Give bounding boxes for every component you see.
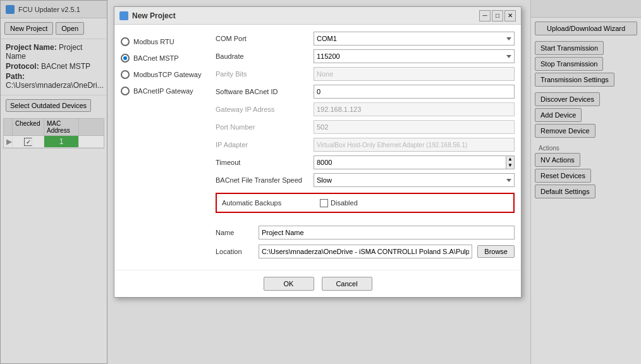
radio-bacnet-ip-label: BACnetIP Gateway — [133, 87, 193, 95]
radio-bacnet-mstp-label: BACnet MSTP — [133, 54, 179, 62]
radio-modbus-tcp-circle — [121, 70, 130, 79]
software-bacnet-input[interactable] — [314, 85, 515, 99]
radio-modbus-rtu-circle — [121, 37, 130, 46]
automatic-backups-control: Disabled — [320, 199, 358, 207]
parity-bits-label: Parity Bits — [216, 70, 314, 78]
com-port-label: COM Port — [216, 35, 314, 42]
dialog-minimize-button[interactable]: ─ — [479, 10, 491, 21]
parity-bits-control: None — [314, 67, 515, 81]
dialog-titlebar: New Project ─ □ ✕ — [114, 7, 521, 25]
baudrate-control: 115200 — [314, 49, 515, 63]
software-bacnet-row: Software BACnet ID — [216, 84, 515, 99]
ip-adapter-control: VirtualBox Host-Only Ethernet Adapter (1… — [314, 138, 515, 152]
automatic-backups-label: Automatic Backups — [222, 199, 320, 207]
bacnet-speed-control: Slow Medium Fast — [314, 173, 515, 187]
gateway-ip-row: Gateway IP Adress — [216, 102, 515, 117]
radio-modbus-rtu-label: Modbus RTU — [133, 38, 174, 46]
ok-button[interactable]: OK — [264, 277, 314, 291]
form-panel: COM Port COM1 Baudrate 115200 Parity B — [216, 31, 515, 258]
name-row: Name — [216, 226, 515, 240]
automatic-backups-disabled-text: Disabled — [331, 199, 358, 207]
new-project-dialog: New Project ─ □ ✕ Modbus RTU BACnet MSTP… — [114, 6, 522, 298]
bacnet-speed-label: BACnet File Transfer Speed — [216, 176, 314, 184]
ip-adapter-select: VirtualBox Host-Only Ethernet Adapter (1… — [314, 138, 515, 152]
timeout-up-button[interactable]: ▲ — [506, 156, 514, 162]
radio-modbus-tcp-label: ModbusTCP Gateway — [133, 71, 201, 78]
parity-bits-select: None — [314, 67, 515, 81]
radio-bacnet-ip[interactable]: BACnetIP Gateway — [121, 87, 209, 95]
gateway-ip-control — [314, 102, 515, 116]
gateway-ip-input — [314, 102, 515, 116]
cancel-button[interactable]: Cancel — [322, 277, 372, 291]
baudrate-label: Baudrate — [216, 52, 314, 60]
bacnet-speed-select[interactable]: Slow Medium Fast — [314, 173, 515, 187]
dialog-icon — [119, 11, 128, 20]
location-row: Location Browse — [216, 245, 515, 258]
automatic-backups-section: Automatic Backups Disabled — [216, 193, 515, 213]
port-number-row: Port Number — [216, 119, 515, 135]
automatic-backups-checkbox[interactable] — [320, 199, 328, 207]
baudrate-row: Baudrate 115200 — [216, 49, 515, 64]
radio-bacnet-ip-circle — [121, 87, 130, 95]
radio-panel: Modbus RTU BACnet MSTP ModbusTCP Gateway… — [121, 31, 209, 258]
dialog-controls: ─ □ ✕ — [479, 10, 516, 21]
software-bacnet-label: Software BACnet ID — [216, 88, 314, 95]
timeout-control: ▲ ▼ — [314, 155, 515, 169]
port-number-control — [314, 120, 515, 134]
baudrate-select[interactable]: 115200 — [314, 49, 515, 63]
radio-bacnet-mstp[interactable]: BACnet MSTP — [121, 54, 209, 63]
timeout-spinbox: ▲ ▼ — [314, 155, 515, 169]
dialog-body: Modbus RTU BACnet MSTP ModbusTCP Gateway… — [114, 25, 521, 265]
dialog-title: New Project — [132, 11, 176, 20]
location-input[interactable] — [259, 245, 472, 258]
timeout-arrows: ▲ ▼ — [506, 155, 515, 169]
parity-bits-row: Parity Bits None — [216, 66, 515, 82]
name-label: Name — [216, 229, 253, 236]
com-port-control: COM1 — [314, 32, 515, 46]
com-port-select[interactable]: COM1 — [314, 32, 515, 46]
dialog-close-button[interactable]: ✕ — [504, 10, 516, 21]
dialog-footer: OK Cancel — [114, 270, 521, 297]
bacnet-speed-row: BACnet File Transfer Speed Slow Medium F… — [216, 173, 515, 188]
ip-adapter-row: IP Adapter VirtualBox Host-Only Ethernet… — [216, 137, 515, 152]
dialog-titlebar-left: New Project — [119, 11, 176, 20]
timeout-down-button[interactable]: ▼ — [506, 162, 514, 169]
ip-adapter-label: IP Adapter — [216, 141, 314, 149]
radio-bacnet-mstp-circle — [121, 54, 130, 63]
name-location-section: Name Location Browse — [216, 226, 515, 258]
timeout-input[interactable] — [314, 155, 506, 169]
timeout-label: Timeout — [216, 159, 314, 166]
timeout-row: Timeout ▲ ▼ — [216, 155, 515, 170]
location-label: Location — [216, 248, 253, 255]
port-number-label: Port Number — [216, 123, 314, 131]
radio-modbus-rtu[interactable]: Modbus RTU — [121, 37, 209, 46]
port-number-input — [314, 120, 515, 134]
com-port-row: COM Port COM1 — [216, 31, 515, 46]
radio-modbus-tcp[interactable]: ModbusTCP Gateway — [121, 70, 209, 79]
name-input[interactable] — [259, 226, 515, 240]
browse-button[interactable]: Browse — [477, 245, 515, 258]
dialog-maximize-button[interactable]: □ — [492, 10, 503, 21]
software-bacnet-control — [314, 85, 515, 99]
gateway-ip-label: Gateway IP Adress — [216, 106, 314, 113]
